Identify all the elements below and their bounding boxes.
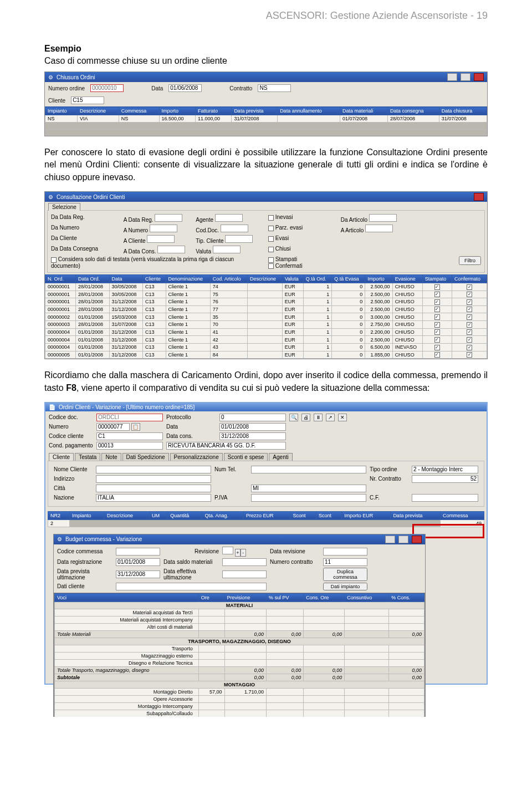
da-cliente-label: Da Cliente [51, 235, 119, 244]
a-articolo-field[interactable] [365, 225, 393, 232]
num-tel-field[interactable] [251, 466, 366, 473]
tipo-ordine-field[interactable]: 2 - Montaggio Interc [412, 466, 478, 473]
prov-field[interactable]: MI [251, 485, 366, 492]
cod-doc-field[interactable] [221, 225, 248, 232]
table-row[interactable]: 0000000128/01/200830/05/2008C13Cliente 1… [45, 291, 487, 298]
page-header: ASCENSORI: Gestione Aziende Ascensoriste… [44, 0, 488, 44]
data-field[interactable]: 01/06/2008 [168, 84, 202, 92]
codice-commessa-field[interactable] [116, 548, 160, 556]
nome-cliente-field[interactable] [96, 466, 211, 473]
table-row[interactable]: 0000000401/01/200831/12/2008C13Cliente 1… [45, 343, 487, 351]
table-row[interactable]: 0000000128/01/200830/05/2008C13Cliente 1… [45, 283, 487, 291]
table-row[interactable]: 0000000401/01/200831/12/2008C13Cliente 1… [45, 336, 487, 344]
minimize-button[interactable] [385, 536, 395, 543]
codice-cliente-field[interactable]: C1 [96, 432, 163, 440]
piva-field[interactable] [251, 494, 366, 502]
tab-cliente[interactable]: Cliente [49, 453, 74, 461]
duplica-commessa-button[interactable]: Duplica commessa [323, 568, 367, 581]
citta-field[interactable] [96, 485, 211, 492]
tab-sconti-e-spese[interactable]: Sconti e spese [224, 453, 268, 461]
copy-icon[interactable]: 📋 [131, 423, 140, 431]
checkbox-icon [434, 299, 440, 305]
print-icon[interactable]: 🖨 [301, 414, 310, 421]
tab-dati-spedizione[interactable]: Dati Spedizione [122, 453, 169, 461]
dati-impianto-button[interactable]: Dati impianto [323, 583, 367, 590]
inevasi-checkbox[interactable] [268, 215, 274, 221]
a-numero-field[interactable] [150, 225, 177, 232]
a-cliente-field[interactable] [147, 235, 175, 243]
table-row[interactable]: 0000000401/01/200831/12/2008C13Cliente 1… [45, 328, 487, 336]
a-cliente-label: A Cliente [124, 238, 146, 244]
share-icon[interactable]: ↗ [326, 414, 335, 421]
close-button[interactable] [474, 73, 484, 81]
up-icon[interactable]: + [235, 549, 241, 557]
table-row[interactable]: 0000000128/01/200831/12/2008C13Cliente 1… [45, 298, 487, 306]
down-icon[interactable]: - [241, 549, 246, 557]
chiusi-checkbox[interactable] [268, 247, 274, 252]
numero-field[interactable]: 00000077 [96, 423, 130, 431]
confermati-checkbox[interactable] [268, 263, 274, 269]
tip-cliente-field[interactable] [225, 235, 253, 243]
a-data-cons-field[interactable] [157, 246, 185, 253]
filtro-button[interactable]: Filtro [459, 256, 481, 265]
budget-row: Magazzinaggio esterno [55, 652, 424, 659]
evasi-checkbox[interactable] [268, 236, 274, 242]
dati-cliente-field[interactable] [116, 583, 267, 590]
cliente-field[interactable]: C15 [71, 96, 104, 104]
maximize-button[interactable] [461, 73, 470, 81]
cell: NS [45, 115, 78, 123]
data-reg-field[interactable]: 01/01/2008 [116, 558, 160, 566]
close-button[interactable] [412, 536, 422, 543]
table-row[interactable]: 0000000501/01/200831/12/2008C13Cliente 1… [45, 351, 487, 359]
pause-icon[interactable]: ⏸ [314, 414, 323, 421]
checkbox-icon [467, 292, 472, 297]
close-button[interactable] [474, 193, 484, 201]
cell [452, 283, 487, 291]
revisione-field[interactable] [222, 547, 233, 554]
tab-personalizzazione[interactable]: Personalizzazione [170, 453, 223, 461]
maximize-button[interactable] [398, 536, 408, 543]
tab-agenti[interactable]: Agenti [269, 453, 292, 461]
da-articolo-field[interactable] [369, 214, 397, 222]
cell: 28/01/2008 [75, 321, 109, 329]
table-row[interactable]: 0000000328/01/200831/07/2008C13Cliente 1… [45, 321, 487, 329]
data-cons-field[interactable]: 31/12/2008 [219, 432, 286, 440]
stampati-checkbox[interactable] [268, 257, 274, 263]
cond-pag-field[interactable]: 00013 [96, 442, 163, 450]
num-contr-field[interactable]: 11 [323, 558, 367, 566]
data-prev-field[interactable]: 31/12/2008 [116, 570, 160, 578]
parz-evasi-checkbox[interactable] [268, 226, 274, 231]
agente-field[interactable] [215, 214, 243, 222]
codice-doc-field[interactable]: ORDCLI [96, 414, 163, 421]
nr-contratto-field[interactable]: 52 [412, 475, 478, 483]
minimize-button[interactable] [447, 73, 457, 81]
cell [422, 291, 452, 298]
tab-testata[interactable]: Testata [75, 453, 100, 461]
protocollo-field[interactable]: 0 [219, 414, 286, 421]
cf-field[interactable] [412, 494, 478, 502]
indirizzo-field[interactable] [96, 475, 211, 483]
screenshot-chiusura-ordini: ⚙ Chiusura Ordini Numero ordine 00000010… [44, 72, 488, 136]
tab-note[interactable]: Note [101, 453, 121, 461]
contratto-field[interactable]: NS [258, 84, 291, 92]
numero-ordine-field[interactable]: 00000010 [90, 84, 124, 92]
tab-selezione[interactable]: Selezione [48, 203, 80, 211]
cell: 00000004 [45, 328, 76, 336]
data-eff-field[interactable] [222, 570, 267, 578]
data-saldo-field[interactable] [222, 558, 267, 566]
data-rev-field[interactable] [323, 548, 367, 556]
valuta-field[interactable] [213, 246, 241, 253]
a-articolo-label: A Articolo [341, 227, 364, 233]
data-field[interactable]: 01/01/2008 [219, 423, 286, 431]
a-data-reg-field[interactable] [155, 214, 182, 222]
table-row[interactable]: 0000000128/01/200831/12/2008C13Cliente 1… [45, 305, 487, 313]
col-header: Importo EUR [342, 511, 391, 519]
cell: C13 [143, 283, 166, 291]
nazione-field[interactable]: ITALIA [96, 494, 211, 502]
delete-icon[interactable]: ✕ [338, 414, 347, 421]
cell [452, 351, 487, 359]
cell: EUR [282, 291, 303, 298]
table-row[interactable]: 0000000201/01/200815/03/2008C13Cliente 1… [45, 313, 487, 321]
considera-checkbox[interactable] [51, 257, 57, 263]
search-icon[interactable]: 🔍 [289, 414, 298, 421]
